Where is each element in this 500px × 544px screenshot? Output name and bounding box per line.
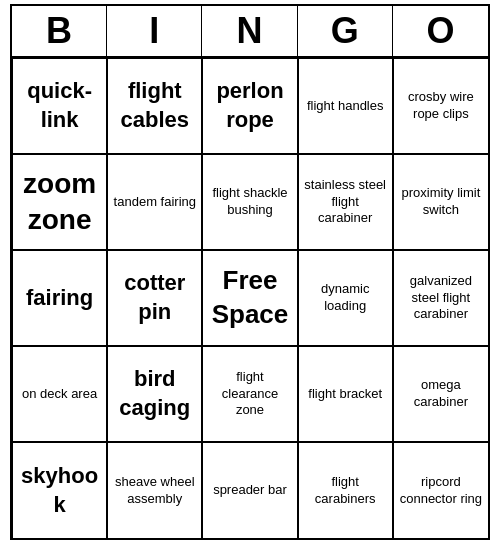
cell-label: crosby wire rope clips — [398, 89, 484, 123]
cell-label: flight handles — [307, 98, 384, 115]
bingo-cell: tandem fairing — [107, 154, 202, 250]
bingo-cell: Free Space — [202, 250, 297, 346]
header-letter: N — [202, 6, 297, 56]
cell-label: dynamic loading — [303, 281, 388, 315]
cell-label: tandem fairing — [114, 194, 196, 211]
bingo-card: BINGO quick-linkflight cablesperlon rope… — [10, 4, 490, 540]
bingo-cell: skyhook — [12, 442, 107, 538]
cell-label: fairing — [26, 284, 93, 313]
bingo-cell: flight shackle bushing — [202, 154, 297, 250]
cell-label: flight carabiners — [303, 474, 388, 508]
bingo-cell: crosby wire rope clips — [393, 58, 488, 154]
bingo-cell: on deck area — [12, 346, 107, 442]
bingo-cell: spreader bar — [202, 442, 297, 538]
cell-label: galvanized steel flight carabiner — [398, 273, 484, 324]
cell-label: flight shackle bushing — [207, 185, 292, 219]
cell-label: cotter pin — [112, 269, 197, 326]
cell-label: ripcord connector ring — [398, 474, 484, 508]
bingo-cell: proximity limit switch — [393, 154, 488, 250]
cell-label: stainless steel flight carabiner — [303, 177, 388, 228]
cell-label: sheave wheel assembly — [112, 474, 197, 508]
bingo-header: BINGO — [12, 6, 488, 58]
bingo-cell: galvanized steel flight carabiner — [393, 250, 488, 346]
bingo-cell: fairing — [12, 250, 107, 346]
bingo-cell: sheave wheel assembly — [107, 442, 202, 538]
header-letter: G — [298, 6, 393, 56]
cell-label: flight clearance zone — [207, 369, 292, 420]
bingo-cell: flight carabiners — [298, 442, 393, 538]
bingo-grid: quick-linkflight cablesperlon ropeflight… — [12, 58, 488, 538]
header-letter: B — [12, 6, 107, 56]
cell-label: flight cables — [112, 77, 197, 134]
cell-label: quick-link — [17, 77, 102, 134]
bingo-cell: flight handles — [298, 58, 393, 154]
bingo-cell: flight cables — [107, 58, 202, 154]
cell-label: spreader bar — [213, 482, 287, 499]
cell-label: zoom zone — [17, 166, 102, 239]
bingo-cell: dynamic loading — [298, 250, 393, 346]
cell-label: proximity limit switch — [398, 185, 484, 219]
bingo-cell: flight bracket — [298, 346, 393, 442]
bingo-cell: cotter pin — [107, 250, 202, 346]
bingo-cell: flight clearance zone — [202, 346, 297, 442]
header-letter: I — [107, 6, 202, 56]
bingo-cell: ripcord connector ring — [393, 442, 488, 538]
bingo-cell: zoom zone — [12, 154, 107, 250]
cell-label: flight bracket — [308, 386, 382, 403]
bingo-cell: stainless steel flight carabiner — [298, 154, 393, 250]
header-letter: O — [393, 6, 488, 56]
cell-label: skyhook — [17, 462, 102, 519]
cell-label: Free Space — [207, 264, 292, 332]
bingo-cell: quick-link — [12, 58, 107, 154]
bingo-cell: bird caging — [107, 346, 202, 442]
bingo-cell: perlon rope — [202, 58, 297, 154]
bingo-cell: omega carabiner — [393, 346, 488, 442]
cell-label: perlon rope — [207, 77, 292, 134]
cell-label: on deck area — [22, 386, 97, 403]
cell-label: omega carabiner — [398, 377, 484, 411]
cell-label: bird caging — [112, 365, 197, 422]
